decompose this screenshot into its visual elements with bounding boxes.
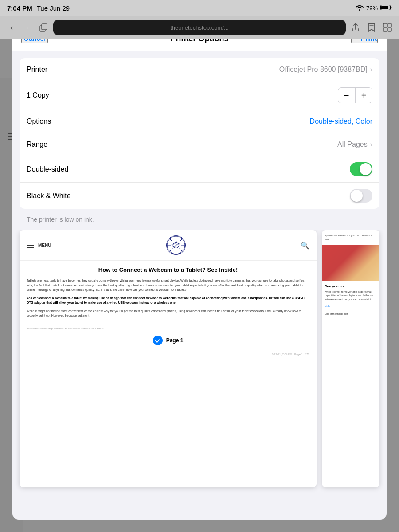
preview-page-label: Page 1 (166, 337, 184, 344)
range-value: All Pages (337, 141, 368, 149)
warning-text: The printer is low on ink. (12, 212, 387, 230)
double-sided-toggle[interactable] (350, 162, 372, 176)
modal-body: Printer Officejet Pro 8600 [9387BD] › 1 … (12, 51, 387, 520)
preview-secondary-page: up isn't the easiest thi you can connect… (322, 230, 379, 487)
secondary-body-text1: When it comes to mo versatile gadgets th… (325, 290, 373, 301)
secondary-link: tablet. (325, 305, 331, 308)
svg-rect-6 (383, 28, 387, 31)
black-white-row: Black & White (20, 183, 379, 209)
forward-button[interactable]: › (21, 21, 34, 34)
range-row[interactable]: Range All Pages › (20, 133, 379, 156)
svg-rect-3 (42, 24, 47, 30)
range-label: Range (27, 141, 47, 149)
secondary-text-top: up isn't the easiest thi you can connect… (322, 230, 379, 245)
svg-rect-1 (381, 6, 388, 9)
svg-rect-7 (388, 28, 391, 31)
status-bar: 7:04 PM Tue Jun 29 79% (0, 0, 399, 16)
printer-value: Officejet Pro 8600 [9387BD] (279, 66, 368, 74)
options-value: Double-sided, Color (310, 117, 372, 125)
hamburger-icon (27, 243, 34, 248)
preview-para2: You can connect a webcam to a tablet by … (27, 296, 309, 305)
decrease-copies-button[interactable]: − (338, 88, 355, 103)
preview-para1: Tablets are neat tools to have becomes t… (27, 278, 309, 293)
increase-copies-button[interactable]: + (355, 88, 372, 103)
svg-rect-5 (388, 23, 391, 27)
options-row[interactable]: Options Double-sided, Color (20, 110, 379, 133)
secondary-image (322, 245, 379, 281)
share-button[interactable] (349, 21, 362, 34)
svg-line-17 (169, 249, 172, 252)
options-label: Options (27, 117, 51, 125)
black-white-toggle[interactable] (350, 189, 372, 203)
secondary-heading: Can you cor (322, 281, 379, 290)
status-icons: 79% (356, 4, 392, 12)
preview-footer-url-left: https://theonetechstop.com/how-to-connec… (27, 327, 309, 330)
double-sided-label: Double-sided (27, 165, 68, 173)
battery-icon (380, 4, 392, 12)
back-button[interactable]: ‹ (5, 21, 18, 34)
printer-options-modal: Cancel Printer Options Print Printer Off… (12, 26, 387, 520)
range-chevron-icon: › (370, 141, 372, 149)
preview-article: How to Connect a Webcam to a Tablet? See… (20, 261, 317, 327)
address-bar[interactable]: theonetechstop.com/... (53, 20, 346, 35)
black-white-toggle-knob (351, 190, 363, 202)
preview-para3: While it might not be the most convenien… (27, 309, 309, 318)
status-date: Tue Jun 29 (37, 4, 70, 12)
wifi-icon (356, 4, 364, 12)
menu-label: MENU (38, 243, 51, 248)
svg-line-14 (169, 239, 172, 242)
svg-line-15 (179, 249, 182, 252)
printer-row[interactable]: Printer Officejet Pro 8600 [9387BD] › (20, 58, 379, 81)
printer-chevron-icon: › (370, 66, 372, 74)
tabs-button[interactable] (37, 21, 50, 34)
preview-article-title: How to Connect a Webcam to a Tablet? See… (27, 266, 309, 274)
copy-row: 1 Copy − + (20, 81, 379, 110)
printer-value-group: Officejet Pro 8600 [9387BD] › (279, 66, 372, 74)
tabs-grid-button[interactable] (381, 21, 394, 34)
secondary-body: When it comes to mo versatile gadgets th… (322, 290, 379, 316)
browser-toolbar: ‹ › theonetechstop.com/... (0, 16, 399, 39)
svg-rect-4 (383, 23, 387, 27)
printer-label: Printer (27, 66, 47, 74)
preview-main-page: MENU (20, 230, 317, 487)
preview-footer-date: 6/29/21, 7:04 PM · Page 1 of 72 (272, 353, 309, 356)
secondary-body-text2: One of the things that (325, 313, 348, 315)
battery-level: 79% (366, 5, 378, 12)
black-white-label: Black & White (27, 192, 71, 200)
bookmark-button[interactable] (365, 21, 378, 34)
page-badge (153, 336, 163, 345)
preview-nav: MENU (20, 230, 317, 261)
copy-label: 1 Copy (27, 91, 49, 99)
double-sided-row: Double-sided (20, 156, 379, 183)
options-card: Printer Officejet Pro 8600 [9387BD] › 1 … (20, 58, 379, 209)
preview-logo: The One Tech Stop (166, 235, 186, 255)
preview-menu: MENU (27, 243, 51, 248)
preview-container: MENU (12, 230, 387, 494)
range-value-group: All Pages › (337, 141, 372, 149)
svg-line-16 (179, 239, 182, 242)
double-sided-toggle-knob (360, 163, 372, 175)
preview-footer: Page 1 (20, 332, 317, 349)
preview-search-icon: 🔍 (301, 241, 309, 250)
status-time: 7:04 PM (7, 4, 32, 12)
copy-stepper[interactable]: − + (338, 87, 372, 103)
